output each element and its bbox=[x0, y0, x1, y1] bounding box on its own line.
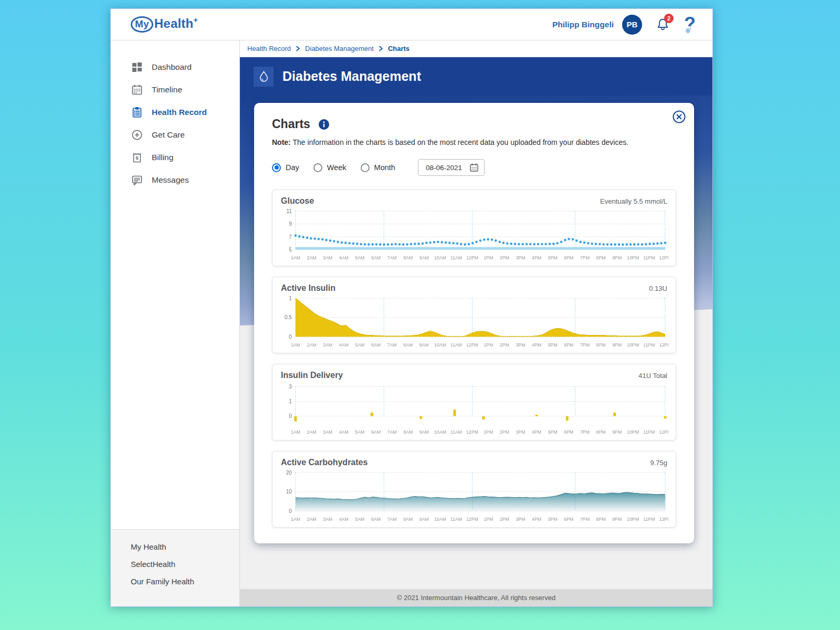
help-button[interactable]: ? bbox=[683, 16, 697, 33]
sidebar-item-label: Timeline bbox=[152, 85, 182, 94]
svg-text:9PM: 9PM bbox=[612, 517, 622, 522]
range-option-month[interactable]: Month bbox=[361, 163, 395, 172]
svg-text:11PM: 11PM bbox=[643, 342, 655, 348]
sidebar-link-my-health[interactable]: My Health bbox=[131, 538, 239, 555]
logo-my-circle: My bbox=[131, 16, 153, 33]
svg-text:10AM: 10AM bbox=[434, 429, 446, 435]
sidebar-link-selecthealth[interactable]: SelectHealth bbox=[131, 555, 239, 573]
svg-text:7AM: 7AM bbox=[387, 429, 397, 435]
svg-text:12PM: 12PM bbox=[466, 342, 478, 348]
svg-text:12PM: 12PM bbox=[659, 342, 668, 348]
sidebar-item-label: Billing bbox=[152, 153, 173, 162]
svg-text:7PM: 7PM bbox=[580, 342, 590, 348]
sidebar-item-label: Messages bbox=[152, 175, 189, 185]
sidebar-item-get-care[interactable]: Get Care bbox=[111, 124, 239, 146]
svg-text:12PM: 12PM bbox=[466, 517, 478, 522]
svg-text:8AM: 8AM bbox=[403, 429, 413, 435]
radio-selected-icon bbox=[272, 163, 281, 172]
svg-text:11AM: 11AM bbox=[450, 517, 462, 522]
chevron-right-icon bbox=[296, 46, 300, 51]
svg-text:4AM: 4AM bbox=[339, 342, 349, 348]
svg-text:6PM: 6PM bbox=[564, 429, 573, 435]
svg-text:0: 0 bbox=[289, 413, 292, 419]
svg-text:1AM: 1AM bbox=[291, 342, 300, 348]
svg-text:4PM: 4PM bbox=[532, 429, 541, 435]
svg-text:11PM: 11PM bbox=[643, 517, 655, 522]
svg-text:1: 1 bbox=[289, 398, 292, 404]
svg-text:20: 20 bbox=[286, 470, 292, 476]
sidebar-item-label: Health Record bbox=[152, 108, 207, 117]
svg-text:1AM: 1AM bbox=[291, 517, 300, 522]
radio-unselected-icon bbox=[313, 163, 322, 172]
sidebar: DashboardTimelineHealth RecordGet Care$B… bbox=[111, 40, 240, 606]
svg-text:7PM: 7PM bbox=[580, 255, 590, 260]
sidebar-item-label: Get Care bbox=[152, 130, 185, 140]
close-button[interactable] bbox=[672, 110, 686, 124]
plus-circle-icon bbox=[131, 129, 143, 141]
sidebar-item-health-record[interactable]: Health Record bbox=[111, 101, 239, 123]
svg-text:11: 11 bbox=[287, 208, 292, 214]
myhealth-logo[interactable]: MyHealth+ bbox=[131, 16, 198, 33]
glucose-current-value: Eventually 5.5 mmol/L bbox=[600, 197, 667, 205]
avatar[interactable]: PB bbox=[622, 15, 642, 35]
page-title: Diabetes Management bbox=[282, 69, 421, 84]
svg-text:10AM: 10AM bbox=[434, 517, 446, 522]
svg-text:12PM: 12PM bbox=[659, 255, 668, 260]
breadcrumb-item-diabetes-management[interactable]: Diabetes Management bbox=[305, 45, 374, 52]
active-insulin-chart-title: Active Insulin bbox=[281, 284, 335, 293]
svg-text:5PM: 5PM bbox=[548, 342, 558, 348]
sidebar-item-messages[interactable]: Messages bbox=[111, 169, 239, 191]
svg-text:3AM: 3AM bbox=[323, 342, 332, 348]
breadcrumb-item-health-record[interactable]: Health Record bbox=[247, 45, 291, 52]
info-icon[interactable] bbox=[318, 119, 330, 130]
svg-text:8AM: 8AM bbox=[403, 255, 413, 260]
notifications-button[interactable]: 2 bbox=[654, 16, 671, 34]
glucose-plot: 579111AM2AM3AM4AM5AM6AM7AM8AM9AM10AM11AM… bbox=[280, 208, 668, 265]
insulin-delivery-plot: 0131AM2AM3AM4AM5AM6AM7AM8AM9AM10AM11AM12… bbox=[280, 382, 668, 439]
svg-text:5PM: 5PM bbox=[548, 255, 558, 260]
message-icon bbox=[131, 174, 143, 186]
svg-text:10AM: 10AM bbox=[434, 342, 446, 348]
svg-text:12PM: 12PM bbox=[659, 429, 668, 435]
svg-text:9AM: 9AM bbox=[419, 517, 429, 522]
panel-note: Note: The information in the charts is b… bbox=[272, 138, 676, 146]
active-carbohydrates-current-value: 9.75g bbox=[650, 459, 667, 467]
sidebar-link-our-family-health[interactable]: Our Family Health bbox=[131, 573, 239, 590]
svg-text:9PM: 9PM bbox=[612, 342, 622, 348]
svg-text:10PM: 10PM bbox=[627, 517, 639, 522]
svg-text:4PM: 4PM bbox=[532, 342, 541, 348]
svg-text:10PM: 10PM bbox=[627, 255, 639, 260]
svg-text:5AM: 5AM bbox=[355, 517, 364, 522]
range-option-week[interactable]: Week bbox=[313, 163, 346, 172]
svg-text:8PM: 8PM bbox=[596, 342, 606, 348]
sidebar-footer: My Health SelectHealth Our Family Health bbox=[111, 529, 239, 606]
svg-text:3: 3 bbox=[289, 384, 292, 390]
sidebar-item-timeline[interactable]: Timeline bbox=[111, 79, 239, 101]
logo-health-text: Health bbox=[154, 16, 194, 31]
svg-text:10AM: 10AM bbox=[434, 255, 446, 260]
active-carbohydrates-chart-title: Active Carbohydrates bbox=[281, 458, 368, 467]
date-picker[interactable]: 08-06-2021 bbox=[418, 159, 485, 176]
svg-text:6PM: 6PM bbox=[564, 255, 573, 260]
sidebar-item-dashboard[interactable]: Dashboard bbox=[111, 56, 239, 78]
help-dot bbox=[686, 28, 690, 33]
svg-text:4PM: 4PM bbox=[532, 517, 541, 522]
svg-text:1: 1 bbox=[289, 296, 292, 301]
user-name[interactable]: Philipp Binggeli bbox=[552, 20, 614, 29]
svg-text:8PM: 8PM bbox=[596, 255, 606, 260]
svg-text:0: 0 bbox=[289, 508, 292, 514]
sidebar-item-billing[interactable]: $Billing bbox=[111, 146, 239, 169]
radio-group: DayWeekMonth bbox=[272, 163, 395, 172]
svg-text:8AM: 8AM bbox=[403, 342, 413, 348]
svg-text:5AM: 5AM bbox=[355, 429, 364, 435]
main-content: Health RecordDiabetes ManagementCharts D… bbox=[240, 40, 712, 606]
active-carbohydrates-chart-card: Active Carbohydrates9.75g010201AM2AM3AM4… bbox=[272, 451, 676, 528]
page-banner: Diabetes Management bbox=[240, 57, 712, 96]
svg-text:1AM: 1AM bbox=[291, 255, 300, 260]
svg-text:12PM: 12PM bbox=[466, 429, 478, 435]
range-option-day[interactable]: Day bbox=[272, 163, 299, 172]
svg-text:5AM: 5AM bbox=[355, 255, 364, 260]
note-label: Note: bbox=[272, 138, 291, 146]
svg-text:12PM: 12PM bbox=[466, 255, 478, 260]
active-insulin-chart-card: Active Insulin0.13U00.511AM2AM3AM4AM5AM6… bbox=[272, 277, 676, 353]
